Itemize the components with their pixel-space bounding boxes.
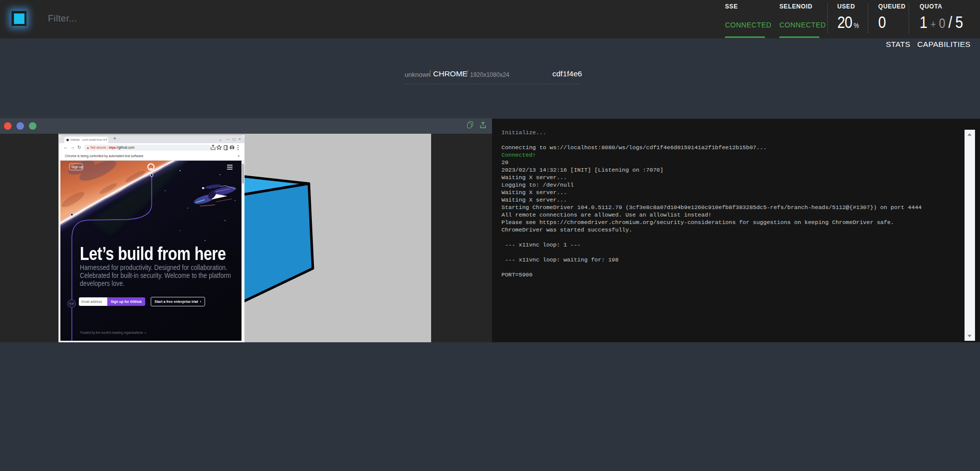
svg-text:Sign up: Sign up: [71, 165, 83, 169]
